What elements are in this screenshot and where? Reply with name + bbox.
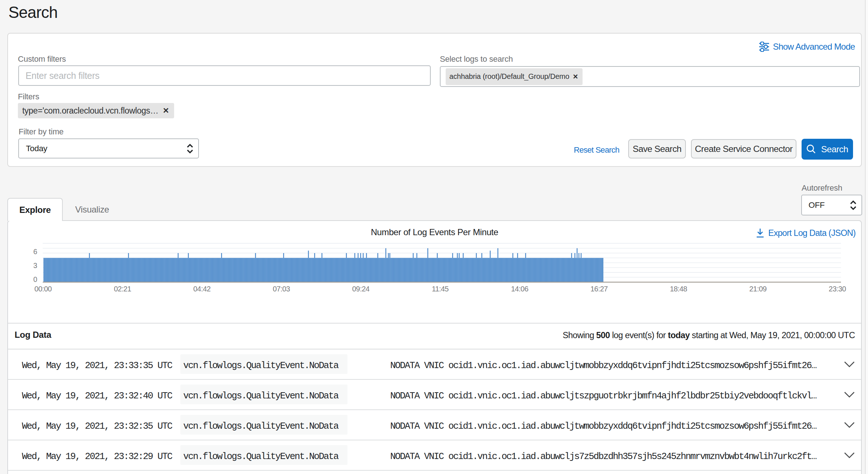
- svg-text:04:42: 04:42: [193, 285, 211, 293]
- svg-text:09:24: 09:24: [352, 285, 370, 293]
- svg-text:14:06: 14:06: [511, 285, 529, 293]
- svg-text:11:45: 11:45: [432, 285, 449, 293]
- svg-text:18:48: 18:48: [670, 285, 687, 293]
- svg-text:16:27: 16:27: [591, 285, 608, 293]
- svg-text:21:09: 21:09: [749, 285, 767, 293]
- svg-text:3: 3: [33, 261, 37, 270]
- svg-text:23:30: 23:30: [829, 285, 846, 293]
- svg-text:6: 6: [33, 248, 37, 256]
- svg-text:02:21: 02:21: [114, 285, 131, 293]
- svg-text:00:00: 00:00: [34, 285, 52, 293]
- svg-text:07:03: 07:03: [273, 285, 290, 293]
- svg-text:0: 0: [33, 275, 37, 283]
